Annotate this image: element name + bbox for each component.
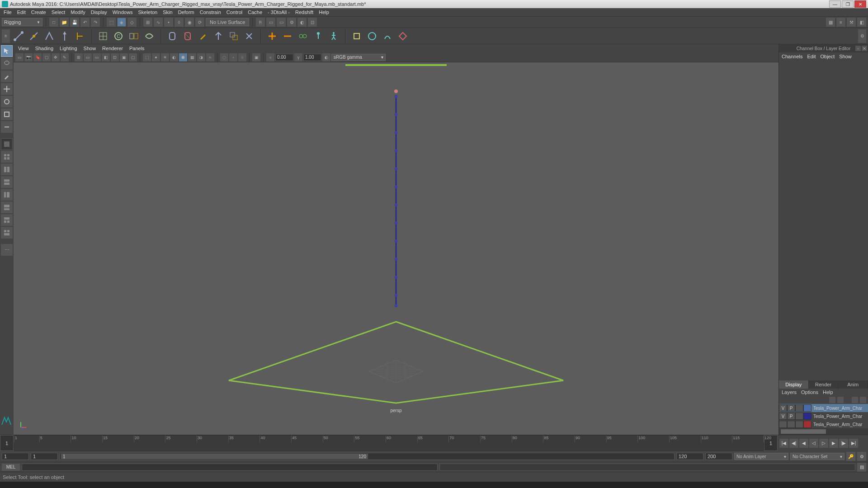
vp-image-plane-icon[interactable]: ▢ xyxy=(42,53,51,61)
menu-cache[interactable]: Cache xyxy=(248,9,262,15)
layer-row[interactable]: Tesla_Power_Arm_Char xyxy=(779,420,868,428)
layer-display-type[interactable] xyxy=(795,404,803,412)
mirror-joint-icon[interactable] xyxy=(42,29,56,43)
menu-windows[interactable]: Windows xyxy=(113,9,133,15)
live-surface-label[interactable]: No Live Surface xyxy=(206,18,249,26)
layer-color-swatch[interactable] xyxy=(803,421,811,428)
cb-menu-show[interactable]: Show xyxy=(839,54,852,59)
step-back-frame-icon[interactable]: ◀ xyxy=(799,439,808,448)
layer-display-type[interactable] xyxy=(795,421,803,428)
le-menu-layers[interactable]: Layers xyxy=(782,389,797,395)
snap-point-icon[interactable]: • xyxy=(164,18,173,27)
redo-icon[interactable]: ↷ xyxy=(91,18,100,27)
wrap-icon[interactable] xyxy=(142,29,156,43)
rotate-tool-icon[interactable] xyxy=(1,96,13,108)
mirror-weights-icon[interactable] xyxy=(212,29,225,43)
ipr-render-icon[interactable]: ▭ xyxy=(277,18,286,27)
snap-curve-icon[interactable]: ∿ xyxy=(154,18,163,27)
maximize-button[interactable]: ❐ xyxy=(842,0,854,8)
play-forward-icon[interactable]: ▷ xyxy=(819,439,828,448)
script-language-label[interactable]: MEL xyxy=(2,464,20,471)
bake-icon[interactable] xyxy=(381,29,394,43)
select-tool-icon[interactable] xyxy=(1,45,13,57)
le-new-layer-assign-icon[interactable] xyxy=(860,397,866,403)
range-end-input[interactable] xyxy=(676,453,703,460)
vp-xray-active-icon[interactable]: ○ xyxy=(238,53,246,61)
layer-visibility-toggle[interactable]: V xyxy=(779,404,787,412)
minimize-button[interactable]: — xyxy=(829,0,841,8)
lasso-tool-icon[interactable] xyxy=(1,58,13,70)
hypershade-persp-icon[interactable] xyxy=(1,214,13,226)
tool-settings-icon[interactable]: ⚒ xyxy=(847,18,856,27)
add-influence-icon[interactable] xyxy=(265,29,279,43)
persp-outliner-icon[interactable] xyxy=(1,189,13,201)
two-stacked-icon[interactable] xyxy=(1,176,13,188)
select-by-object-icon[interactable]: ◈ xyxy=(117,18,126,27)
bind-skin-icon[interactable] xyxy=(165,29,179,43)
vp-textured-icon[interactable]: ▦ xyxy=(188,53,196,61)
step-back-key-icon[interactable]: ◀| xyxy=(789,439,798,448)
vp-bookmark-icon[interactable]: 🔖 xyxy=(33,53,42,61)
menu-modify[interactable]: Modify xyxy=(71,9,85,15)
menu-create[interactable]: Create xyxy=(31,9,46,15)
constraint-icon[interactable] xyxy=(296,29,310,43)
render-settings-icon[interactable]: ⚙ xyxy=(287,18,296,27)
render-frame-icon[interactable]: ▭ xyxy=(266,18,275,27)
layer-color-swatch[interactable] xyxy=(803,413,811,420)
vp-grease-pencil-icon[interactable]: ✎ xyxy=(61,53,69,61)
vp-isolate-icon[interactable]: ▣ xyxy=(252,53,260,61)
layer-row[interactable]: VPTesla_Power_Arm_Char xyxy=(779,404,868,412)
le-menu-help[interactable]: Help xyxy=(823,389,833,395)
shelf-editor-icon[interactable]: ⚙ xyxy=(858,29,866,43)
set-driven-key-icon[interactable] xyxy=(396,29,410,43)
vp-exposure-input[interactable] xyxy=(275,54,293,61)
menu-select[interactable]: Select xyxy=(52,9,66,15)
vp-menu-show[interactable]: Show xyxy=(84,46,96,51)
channel-box-icon[interactable]: ◧ xyxy=(857,18,866,27)
anim-layer-select[interactable]: No Anim Layer▾ xyxy=(734,453,788,460)
tab-display[interactable]: Display xyxy=(779,380,809,389)
layer-visibility-toggle[interactable] xyxy=(779,421,787,428)
detach-skin-icon[interactable] xyxy=(181,29,194,43)
last-tool-icon[interactable] xyxy=(1,121,13,133)
vp-menu-lighting[interactable]: Lighting xyxy=(60,46,77,51)
vp-safe-title-icon[interactable]: ▢ xyxy=(129,53,137,61)
two-side-icon[interactable] xyxy=(1,164,13,175)
vp-film-gate-icon[interactable]: ▭ xyxy=(84,53,92,61)
time-slider-ruler[interactable]: 1510152025303540455055606570758085909510… xyxy=(14,435,764,451)
cluster-icon[interactable]: C xyxy=(112,29,125,43)
make-live-icon[interactable]: ⟳ xyxy=(195,18,204,27)
snap-grid-icon[interactable]: ⊞ xyxy=(143,18,152,27)
vp-xray-icon[interactable]: ◌ xyxy=(220,53,228,61)
vp-camera-attr-icon[interactable]: 📷 xyxy=(24,53,33,61)
vp-shadows-icon[interactable]: ◐ xyxy=(170,53,178,61)
menu-3dtoall[interactable]: - 3DtoAll - xyxy=(268,9,290,15)
select-by-hierarchy-icon[interactable]: ⬚ xyxy=(107,18,116,27)
menu-constrain[interactable]: Constrain xyxy=(200,9,221,15)
menu-display[interactable]: Display xyxy=(91,9,107,15)
snap-plane-icon[interactable]: ◊ xyxy=(175,18,184,27)
vp-colorspace-select[interactable]: sRGB gamma▾ xyxy=(331,54,386,61)
attribute-editor-icon[interactable]: ≡ xyxy=(836,18,845,27)
modeling-toolkit-icon[interactable]: ▦ xyxy=(826,18,835,27)
vp-resolution-gate-icon[interactable]: ▭ xyxy=(93,53,101,61)
current-frame-start-box[interactable]: 1 xyxy=(0,435,14,451)
menu-skin[interactable]: Skin xyxy=(163,9,172,15)
anim-end-input[interactable] xyxy=(705,453,732,460)
menu-set-selector[interactable]: Rigging▼ xyxy=(2,18,42,26)
insert-joint-icon[interactable] xyxy=(27,29,41,43)
render-view-icon[interactable]: ⊡ xyxy=(308,18,317,27)
menu-skeleton[interactable]: Skeleton xyxy=(138,9,157,15)
play-backward-icon[interactable]: ◁ xyxy=(809,439,818,448)
cb-menu-edit[interactable]: Edit xyxy=(807,54,816,59)
go-to-end-icon[interactable]: ▶| xyxy=(849,439,858,448)
new-scene-icon[interactable]: □ xyxy=(49,18,58,27)
vp-xray-joints-icon[interactable]: ◦ xyxy=(229,53,237,61)
move-tool-icon[interactable] xyxy=(1,83,13,95)
le-move-down-icon[interactable] xyxy=(837,397,844,403)
four-view-icon[interactable] xyxy=(1,151,13,163)
range-slider-thumb[interactable]: 1 120 xyxy=(61,454,368,459)
hypershade-icon[interactable]: ◐ xyxy=(297,18,307,27)
vp-menu-renderer[interactable]: Renderer xyxy=(102,46,123,51)
step-forward-frame-icon[interactable]: ▶ xyxy=(829,439,838,448)
